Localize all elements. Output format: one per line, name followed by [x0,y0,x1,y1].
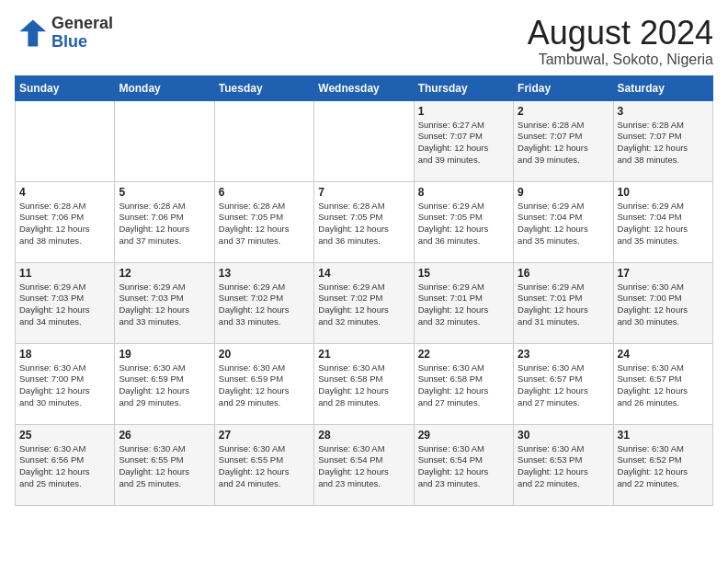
day-number: 19 [119,348,210,361]
day-number: 12 [119,267,210,280]
day-info: Sunrise: 6:30 AM Sunset: 7:00 PM Dayligh… [19,362,110,409]
day-number: 1 [418,105,509,118]
day-info: Sunrise: 6:30 AM Sunset: 6:52 PM Dayligh… [618,443,709,490]
day-info: Sunrise: 6:29 AM Sunset: 7:02 PM Dayligh… [318,282,409,328]
day-of-week-header: Tuesday [214,75,313,100]
day-info: Sunrise: 6:30 AM Sunset: 6:59 PM Dayligh… [219,362,310,409]
day-info: Sunrise: 6:29 AM Sunset: 7:02 PM Dayligh… [219,282,310,328]
calendar-cell: 4Sunrise: 6:28 AM Sunset: 7:06 PM Daylig… [16,181,115,262]
calendar-cell: 1Sunrise: 6:27 AM Sunset: 7:07 PM Daylig… [414,100,513,181]
day-info: Sunrise: 6:30 AM Sunset: 6:54 PM Dayligh… [318,443,409,490]
day-info: Sunrise: 6:29 AM Sunset: 7:03 PM Dayligh… [19,282,110,328]
day-info: Sunrise: 6:29 AM Sunset: 7:03 PM Dayligh… [119,282,210,328]
day-info: Sunrise: 6:29 AM Sunset: 7:04 PM Dayligh… [618,201,709,247]
logo-general: General [51,14,113,32]
calendar-week-row: 11Sunrise: 6:29 AM Sunset: 7:03 PM Dayli… [16,262,713,343]
svg-marker-0 [19,19,46,46]
day-number: 10 [618,186,709,199]
calendar-week-row: 4Sunrise: 6:28 AM Sunset: 7:06 PM Daylig… [16,181,713,262]
day-number: 2 [518,105,609,118]
day-info: Sunrise: 6:30 AM Sunset: 6:57 PM Dayligh… [518,362,609,409]
day-info: Sunrise: 6:30 AM Sunset: 6:55 PM Dayligh… [119,443,210,490]
day-info: Sunrise: 6:28 AM Sunset: 7:06 PM Dayligh… [19,201,110,247]
day-info: Sunrise: 6:28 AM Sunset: 7:07 PM Dayligh… [618,120,709,167]
day-number: 21 [318,348,409,361]
calendar-cell: 13Sunrise: 6:29 AM Sunset: 7:02 PM Dayli… [214,262,313,343]
day-info: Sunrise: 6:30 AM Sunset: 6:58 PM Dayligh… [318,362,409,409]
calendar-cell [16,100,115,181]
day-info: Sunrise: 6:30 AM Sunset: 6:55 PM Dayligh… [219,443,310,490]
day-of-week-header: Monday [115,75,214,100]
calendar-cell: 6Sunrise: 6:28 AM Sunset: 7:05 PM Daylig… [214,181,313,262]
day-number: 9 [518,186,609,199]
calendar-cell: 25Sunrise: 6:30 AM Sunset: 6:56 PM Dayli… [16,424,115,505]
day-number: 16 [518,267,609,280]
title-area: August 2024 Tambuwal, Sokoto, Nigeria [528,15,713,68]
calendar-week-row: 18Sunrise: 6:30 AM Sunset: 7:00 PM Dayli… [16,343,713,424]
calendar-cell: 21Sunrise: 6:30 AM Sunset: 6:58 PM Dayli… [314,343,414,424]
logo-text: General Blue [51,15,113,52]
day-number: 3 [618,105,709,118]
calendar-cell: 27Sunrise: 6:30 AM Sunset: 6:55 PM Dayli… [214,424,313,505]
day-number: 5 [119,186,210,199]
day-info: Sunrise: 6:30 AM Sunset: 7:00 PM Dayligh… [618,282,709,328]
calendar-cell: 12Sunrise: 6:29 AM Sunset: 7:03 PM Dayli… [115,262,214,343]
calendar-subtitle: Tambuwal, Sokoto, Nigeria [528,52,713,68]
calendar-cell [115,100,214,181]
day-info: Sunrise: 6:29 AM Sunset: 7:01 PM Dayligh… [518,282,609,328]
calendar-cell: 5Sunrise: 6:28 AM Sunset: 7:06 PM Daylig… [115,181,214,262]
day-info: Sunrise: 6:29 AM Sunset: 7:04 PM Dayligh… [518,201,609,247]
day-number: 31 [618,429,709,442]
header: General Blue August 2024 Tambuwal, Sokot… [15,15,713,68]
day-number: 7 [318,186,409,199]
day-number: 25 [19,429,110,442]
day-number: 14 [318,267,409,280]
calendar-cell: 30Sunrise: 6:30 AM Sunset: 6:53 PM Dayli… [514,424,613,505]
day-of-week-header: Sunday [16,75,115,100]
day-info: Sunrise: 6:28 AM Sunset: 7:07 PM Dayligh… [518,120,609,167]
day-info: Sunrise: 6:30 AM Sunset: 6:54 PM Dayligh… [418,443,509,490]
calendar-cell: 22Sunrise: 6:30 AM Sunset: 6:58 PM Dayli… [414,343,513,424]
calendar-week-row: 25Sunrise: 6:30 AM Sunset: 6:56 PM Dayli… [16,424,713,505]
day-number: 28 [318,429,409,442]
day-of-week-header: Saturday [613,75,712,100]
day-number: 4 [19,186,110,199]
calendar-cell: 18Sunrise: 6:30 AM Sunset: 7:00 PM Dayli… [16,343,115,424]
day-info: Sunrise: 6:28 AM Sunset: 7:05 PM Dayligh… [318,201,409,247]
day-number: 6 [219,186,310,199]
calendar-cell: 23Sunrise: 6:30 AM Sunset: 6:57 PM Dayli… [514,343,613,424]
day-number: 24 [618,348,709,361]
day-number: 18 [19,348,110,361]
day-info: Sunrise: 6:29 AM Sunset: 7:05 PM Dayligh… [418,201,509,247]
days-header-row: SundayMondayTuesdayWednesdayThursdayFrid… [16,75,713,100]
day-info: Sunrise: 6:30 AM Sunset: 6:53 PM Dayligh… [518,443,609,490]
calendar-cell: 26Sunrise: 6:30 AM Sunset: 6:55 PM Dayli… [115,424,214,505]
day-info: Sunrise: 6:28 AM Sunset: 7:06 PM Dayligh… [119,201,210,247]
day-number: 27 [219,429,310,442]
calendar-cell: 10Sunrise: 6:29 AM Sunset: 7:04 PM Dayli… [613,181,712,262]
calendar-cell: 29Sunrise: 6:30 AM Sunset: 6:54 PM Dayli… [414,424,513,505]
day-of-week-header: Thursday [414,75,513,100]
calendar-cell: 28Sunrise: 6:30 AM Sunset: 6:54 PM Dayli… [314,424,414,505]
calendar-cell: 24Sunrise: 6:30 AM Sunset: 6:57 PM Dayli… [613,343,712,424]
calendar-cell: 11Sunrise: 6:29 AM Sunset: 7:03 PM Dayli… [16,262,115,343]
day-number: 30 [518,429,609,442]
day-info: Sunrise: 6:30 AM Sunset: 6:56 PM Dayligh… [19,443,110,490]
calendar-table: SundayMondayTuesdayWednesdayThursdayFrid… [15,75,713,506]
day-info: Sunrise: 6:30 AM Sunset: 6:57 PM Dayligh… [618,362,709,409]
logo: General Blue [15,15,113,52]
day-number: 17 [618,267,709,280]
day-number: 11 [19,267,110,280]
calendar-cell [214,100,313,181]
logo-icon [15,17,48,50]
calendar-cell: 19Sunrise: 6:30 AM Sunset: 6:59 PM Dayli… [115,343,214,424]
day-number: 20 [219,348,310,361]
day-number: 8 [418,186,509,199]
calendar-cell: 31Sunrise: 6:30 AM Sunset: 6:52 PM Dayli… [613,424,712,505]
calendar-week-row: 1Sunrise: 6:27 AM Sunset: 7:07 PM Daylig… [16,100,713,181]
day-number: 26 [119,429,210,442]
day-number: 23 [518,348,609,361]
day-info: Sunrise: 6:27 AM Sunset: 7:07 PM Dayligh… [418,120,509,167]
calendar-cell: 8Sunrise: 6:29 AM Sunset: 7:05 PM Daylig… [414,181,513,262]
calendar-cell: 2Sunrise: 6:28 AM Sunset: 7:07 PM Daylig… [514,100,613,181]
